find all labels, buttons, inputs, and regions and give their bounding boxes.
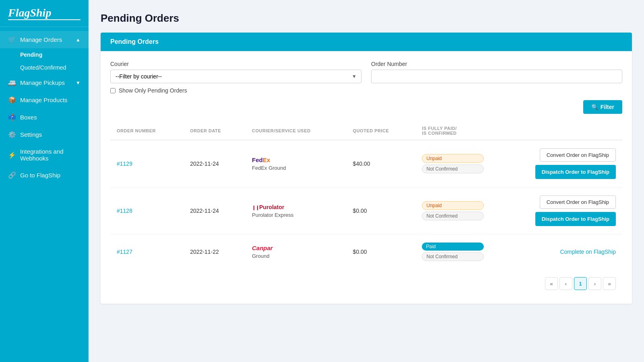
courier-cell: Canpar Ground bbox=[246, 234, 347, 269]
order-number-cell: #1129 bbox=[110, 140, 184, 187]
col-is-paid-confirmed: IS FULLY PAID/IS CONFIRMED bbox=[415, 122, 490, 140]
sidebar-item-integrations-webhooks[interactable]: ⚡ Integrations and Webhooks bbox=[0, 143, 89, 167]
dispatch-order-button-1129[interactable]: Dispatch Order to FlagShip bbox=[535, 165, 616, 179]
sidebar-label-boxes: Boxes bbox=[20, 114, 37, 121]
confirmed-badge: Not Confirmed bbox=[422, 165, 483, 173]
pagination-last-button[interactable]: » bbox=[603, 277, 616, 290]
courier-info: ❙❙Purolator Purolator Express bbox=[252, 204, 340, 218]
card-header: Pending Orders bbox=[101, 33, 632, 51]
show-only-pending-label: Show Only Pending Orders bbox=[119, 87, 187, 94]
sidebar-label-manage-orders: Manage Orders bbox=[20, 36, 62, 43]
sidebar-nav: 🛒 Manage Orders ▲ Pending Quoted/Confirm… bbox=[0, 27, 89, 362]
col-actions bbox=[490, 122, 622, 140]
manage-products-icon: 📦 bbox=[8, 96, 16, 104]
boxes-icon: 📫 bbox=[8, 113, 16, 121]
order-link-1129[interactable]: #1129 bbox=[117, 160, 132, 167]
orders-table: ORDER NUMBER ORDER DATE COURIER/SERVICE … bbox=[110, 122, 622, 269]
badge-group: Unpaid Not Confirmed bbox=[422, 154, 483, 173]
courier-select[interactable]: --Filter by courier-- FedEx Purolator Ca… bbox=[110, 70, 361, 83]
sidebar-label-manage-products: Manage Products bbox=[20, 97, 68, 103]
order-number-filter-group: Order Number bbox=[371, 61, 622, 83]
convert-order-button-1128[interactable]: Convert Order on FlagShip bbox=[540, 195, 616, 209]
complete-on-flagship-button-1127[interactable]: Complete on FlagShip bbox=[560, 249, 616, 255]
sidebar-item-quoted-confirmed[interactable]: Quoted/Confirmed bbox=[0, 61, 89, 74]
sidebar-label-go-to-flagship: Go to FlagShip bbox=[20, 172, 60, 179]
sidebar-item-boxes[interactable]: 📫 Boxes bbox=[0, 109, 89, 126]
col-order-number: ORDER NUMBER bbox=[110, 122, 184, 140]
sidebar-label-quoted-confirmed: Quoted/Confirmed bbox=[20, 64, 66, 71]
courier-filter-group: Courier --Filter by courier-- FedEx Puro… bbox=[110, 61, 361, 83]
courier-label: Courier bbox=[110, 61, 361, 67]
col-quoted-price: QUOTED PRICE bbox=[347, 122, 416, 140]
courier-cell: ❙❙Purolator Purolator Express bbox=[246, 187, 347, 234]
order-number-cell: #1128 bbox=[110, 187, 184, 234]
action-cell: Convert Order on FlagShip Dispatch Order… bbox=[497, 195, 616, 226]
settings-icon: ⚙️ bbox=[8, 131, 16, 138]
pagination-current-button[interactable]: 1 bbox=[574, 277, 587, 290]
sidebar-item-manage-pickups[interactable]: 🚐 Manage Pickups ▼ bbox=[0, 74, 89, 91]
paid-badge: Paid bbox=[422, 243, 483, 251]
order-number-input[interactable] bbox=[371, 70, 622, 83]
sidebar-label-integrations: Integrations and Webhooks bbox=[20, 148, 80, 162]
badge-group: Paid Not Confirmed bbox=[422, 243, 483, 261]
table-row: #1127 2022-11-22 Canpar Ground $0.00 bbox=[110, 234, 622, 269]
dispatch-order-button-1128[interactable]: Dispatch Order to FlagShip bbox=[535, 212, 616, 226]
filter-btn-row: 🔍 Filter bbox=[110, 100, 622, 114]
payment-status-cell: Paid Not Confirmed bbox=[415, 234, 490, 269]
logo-text: FlagShip bbox=[8, 7, 80, 19]
courier-info: FedEx FedEx Ground bbox=[252, 156, 340, 171]
search-icon: 🔍 bbox=[591, 104, 598, 110]
order-link-1128[interactable]: #1128 bbox=[117, 208, 132, 214]
order-number-cell: #1127 bbox=[110, 234, 184, 269]
sidebar-item-manage-orders[interactable]: 🛒 Manage Orders ▲ bbox=[0, 31, 89, 48]
col-order-date: ORDER DATE bbox=[184, 122, 246, 140]
sidebar-label-manage-pickups: Manage Pickups bbox=[20, 79, 65, 86]
sidebar-item-pending[interactable]: Pending bbox=[0, 48, 89, 61]
go-to-flagship-icon: 🔗 bbox=[8, 171, 16, 179]
filter-row: Courier --Filter by courier-- FedEx Puro… bbox=[110, 61, 622, 83]
order-link-1127[interactable]: #1127 bbox=[117, 249, 132, 255]
sidebar-label-pending: Pending bbox=[20, 51, 42, 58]
payment-status-cell: Unpaid Not Confirmed bbox=[415, 140, 490, 187]
paid-badge: Unpaid bbox=[422, 201, 483, 210]
courier-service-label: FedEx Ground bbox=[252, 165, 340, 171]
table-body: #1129 2022-11-24 FedEx FedEx Ground bbox=[110, 140, 622, 269]
paid-badge: Unpaid bbox=[422, 154, 483, 163]
order-date-cell: 2022-11-22 bbox=[184, 234, 246, 269]
main-content: Pending Orders Pending Orders Courier --… bbox=[89, 0, 644, 362]
order-date-cell: 2022-11-24 bbox=[184, 187, 246, 234]
purolator-logo: ❙❙Purolator bbox=[252, 204, 340, 210]
pending-orders-card: Pending Orders Courier --Filter by couri… bbox=[101, 33, 632, 304]
convert-order-button-1129[interactable]: Convert Order on FlagShip bbox=[540, 148, 616, 162]
order-date-cell: 2022-11-24 bbox=[184, 140, 246, 187]
card-body: Courier --Filter by courier-- FedEx Puro… bbox=[101, 51, 632, 304]
filter-button-label: Filter bbox=[601, 104, 614, 110]
confirmed-badge: Not Confirmed bbox=[422, 212, 483, 220]
sidebar-item-manage-products[interactable]: 📦 Manage Products bbox=[0, 91, 89, 109]
sidebar-label-settings: Settings bbox=[20, 131, 42, 138]
logo-area: FlagShip bbox=[0, 0, 89, 27]
filter-button[interactable]: 🔍 Filter bbox=[583, 100, 622, 114]
sidebar-item-settings[interactable]: ⚙️ Settings bbox=[0, 126, 89, 143]
courier-select-wrapper: --Filter by courier-- FedEx Purolator Ca… bbox=[110, 70, 361, 83]
courier-info: Canpar Ground bbox=[252, 245, 340, 259]
courier-service-label: Ground bbox=[252, 253, 340, 259]
pagination-prev-button[interactable]: ‹ bbox=[559, 277, 572, 290]
sidebar: FlagShip 🛒 Manage Orders ▲ Pending Quote… bbox=[0, 0, 89, 362]
sidebar-item-go-to-flagship[interactable]: 🔗 Go to FlagShip bbox=[0, 167, 89, 184]
integrations-icon: ⚡ bbox=[8, 151, 16, 159]
courier-service-label: Purolator Express bbox=[252, 212, 340, 218]
badge-group: Unpaid Not Confirmed bbox=[422, 201, 483, 220]
chevron-down-icon: ▼ bbox=[76, 80, 80, 86]
pagination-next-button[interactable]: › bbox=[588, 277, 601, 290]
manage-orders-icon: 🛒 bbox=[8, 36, 16, 43]
confirmed-badge: Not Confirmed bbox=[422, 252, 483, 261]
page-title: Pending Orders bbox=[101, 12, 632, 25]
table-row: #1129 2022-11-24 FedEx FedEx Ground bbox=[110, 140, 622, 187]
show-only-pending-checkbox[interactable] bbox=[110, 88, 116, 93]
manage-pickups-icon: 🚐 bbox=[8, 79, 16, 86]
actions-cell: Convert Order on FlagShip Dispatch Order… bbox=[490, 140, 622, 187]
pagination: « ‹ 1 › » bbox=[110, 269, 622, 294]
action-cell: Complete on FlagShip bbox=[497, 249, 616, 255]
pagination-first-button[interactable]: « bbox=[545, 277, 558, 290]
